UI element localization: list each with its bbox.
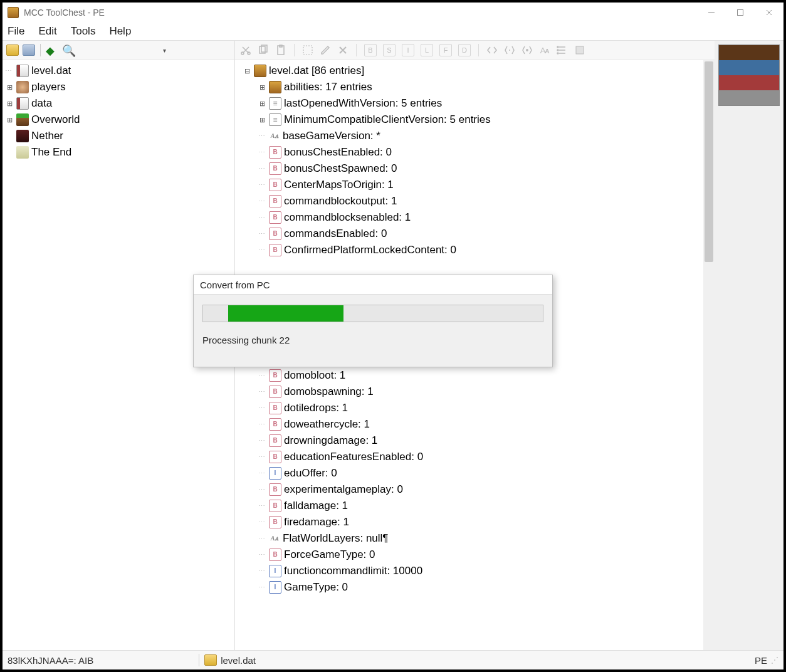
convert-dialog: Convert from PC Processing chunk 22 (193, 275, 553, 367)
nbt-label: commandblockoutput: 1 (284, 193, 397, 209)
world-tree[interactable]: ⋯level.dat⊞players⊞data⊞OverworldNetherT… (3, 60, 234, 163)
nbt-row[interactable]: ⊞≡lastOpenedWithVersion: 5 entries (239, 95, 701, 112)
compound-tag-icon[interactable] (574, 45, 585, 56)
type-i-button[interactable]: I (402, 44, 414, 56)
byte-icon: B (269, 162, 281, 175)
tree-leaf-icon: ⋯ (258, 416, 266, 433)
nbt-label: eduOffer: 0 (284, 465, 337, 481)
type-l-button[interactable]: L (421, 44, 433, 56)
nbt-row[interactable]: ⋯Bcommandblockoutput: 1 (239, 193, 701, 209)
menu-edit[interactable]: Edit (38, 25, 56, 38)
tag-code-icon[interactable] (486, 45, 498, 56)
nbt-row[interactable]: ⋯Bcommandblocksenabled: 1 (239, 209, 701, 226)
select-icon[interactable] (302, 45, 313, 56)
compound-icon (254, 65, 266, 77)
world-tree-item[interactable]: ⊞players (5, 79, 232, 95)
tree-expand-icon[interactable]: ⊞ (5, 95, 14, 112)
world-tree-label: Overworld (31, 112, 80, 128)
nbt-row[interactable]: ⊞abilities: 17 entries (239, 79, 701, 95)
nbt-row[interactable]: ⋯IeduOffer: 0 (239, 465, 701, 481)
type-b-button[interactable]: B (364, 44, 377, 56)
tag-code3-icon[interactable] (521, 45, 533, 56)
filter-combobox[interactable]: ▾ (78, 43, 170, 57)
nbt-row[interactable]: ⋯BcommandsEnabled: 0 (239, 226, 701, 242)
menu-file[interactable]: File (8, 25, 24, 38)
progress-track (202, 305, 543, 322)
nbt-label: experimentalgameplay: 0 (284, 481, 403, 498)
nbt-row[interactable]: ⋯Ifunctioncommandlimit: 10000 (239, 563, 701, 579)
nbt-scrollbar[interactable] (703, 60, 715, 650)
tag-code2-icon[interactable] (504, 45, 515, 56)
window-title: MCC ToolChest - PE (24, 8, 105, 18)
byte-icon: B (269, 195, 281, 207)
window-titlebar: MCC ToolChest - PE (3, 3, 783, 23)
tree-expand-icon[interactable]: ⊞ (5, 79, 14, 95)
tree-collapse-icon[interactable]: ⊟ (243, 63, 251, 79)
edit-pencil-icon[interactable] (320, 45, 331, 56)
tree-expand-icon[interactable]: ⊞ (258, 79, 266, 95)
tree-leaf-icon: ⋯ (258, 193, 266, 209)
tree-leaf-icon: ⋯ (258, 160, 266, 177)
copy-icon[interactable] (258, 45, 269, 56)
nbt-row[interactable]: ⋯BCenterMapsToOrigin: 1 (239, 177, 701, 193)
type-s-button[interactable]: S (383, 44, 396, 56)
tree-leaf-icon: ⋯ (258, 481, 266, 498)
nbt-row[interactable]: ⋯IGameType: 0 (239, 579, 701, 596)
type-f-button[interactable]: F (439, 44, 452, 56)
byte-icon: B (269, 500, 281, 512)
menu-tools[interactable]: Tools (71, 25, 96, 38)
nbt-row[interactable]: ⋯BeducationFeaturesEnabled: 0 (239, 449, 701, 465)
nbt-row[interactable]: ⋯Bdoweathercycle: 1 (239, 416, 701, 433)
nbt-row[interactable]: ⋯Bdomobloot: 1 (239, 367, 701, 384)
world-tree-item[interactable]: ⊞data (5, 95, 232, 112)
nbt-row[interactable]: ⋯Bdrowningdamage: 1 (239, 433, 701, 449)
type-d-button[interactable]: D (458, 44, 471, 56)
book-icon (16, 65, 29, 77)
nbt-row[interactable]: ⋯Bdotiledrops: 1 (239, 400, 701, 416)
dialog-title: Convert from PC (194, 275, 552, 295)
open-folder-icon[interactable] (6, 45, 19, 56)
nbt-root[interactable]: ⊟level.dat [86 entries] (239, 63, 701, 79)
nbt-root-label: level.dat [86 entries] (269, 63, 364, 79)
delete-icon[interactable] (337, 45, 348, 56)
nbt-row[interactable]: ⋯BbonusChestEnabled: 0 (239, 144, 701, 160)
resize-grip-icon[interactable]: ⋰ (771, 656, 778, 664)
cut-icon[interactable] (240, 45, 251, 56)
nbt-row[interactable]: ⋯AᴀFlatWorldLayers: null¶ (239, 530, 701, 547)
tree-expand-icon[interactable]: ⊞ (258, 95, 266, 112)
paste-icon[interactable] (275, 45, 286, 56)
diamond-icon[interactable]: ◆ (46, 44, 58, 56)
list-tag-icon[interactable] (557, 45, 568, 56)
menu-help[interactable]: Help (109, 25, 131, 38)
world-tree-item[interactable]: ⋯level.dat (5, 63, 232, 79)
nbt-label: commandsEnabled: 0 (284, 226, 387, 242)
string-tag-icon[interactable]: Aᴀ (539, 45, 550, 56)
nbt-row[interactable]: ⋯Bdomobspawning: 1 (239, 384, 701, 400)
search-icon[interactable]: 🔍 (62, 44, 75, 56)
world-tree-item[interactable]: ⊞Overworld (5, 112, 232, 128)
tree-expand-icon[interactable]: ⊞ (5, 112, 14, 128)
world-tree-item[interactable]: Nether (5, 128, 232, 144)
list-icon: ≡ (269, 113, 281, 126)
nbt-row[interactable]: ⋯BForceGameType: 0 (239, 547, 701, 563)
svg-rect-0 (738, 10, 743, 16)
world-tree-item[interactable]: The End (5, 144, 232, 160)
nbt-row[interactable]: ⋯BConfirmedPlatformLockedContent: 0 (239, 242, 701, 258)
tree-leaf-icon: ⋯ (258, 465, 266, 481)
nbt-label: dotiledrops: 1 (284, 400, 348, 416)
nbt-label: lastOpenedWithVersion: 5 entries (284, 95, 442, 112)
nbt-row[interactable]: ⋯BbonusChestSpawned: 0 (239, 160, 701, 177)
byte-icon: B (269, 402, 281, 414)
nbt-row[interactable]: ⊞≡MinimumCompatibleClientVersion: 5 entr… (239, 112, 701, 128)
nbt-row[interactable]: ⋯Bfalldamage: 1 (239, 498, 701, 514)
status-left: 83lKXhJNAAA=: AIB (8, 655, 93, 666)
nbt-row[interactable]: ⋯AᴀbaseGameVersion: * (239, 128, 701, 144)
nbt-row[interactable]: ⋯Bfiredamage: 1 (239, 514, 701, 530)
window-close-button[interactable] (755, 3, 783, 22)
window-minimize-button[interactable] (697, 3, 726, 22)
nbt-label: bonusChestSpawned: 0 (284, 160, 397, 177)
tree-expand-icon[interactable]: ⊞ (258, 112, 266, 128)
save-icon[interactable] (23, 45, 35, 56)
window-maximize-button[interactable] (726, 3, 755, 22)
nbt-row[interactable]: ⋯Bexperimentalgameplay: 0 (239, 481, 701, 498)
